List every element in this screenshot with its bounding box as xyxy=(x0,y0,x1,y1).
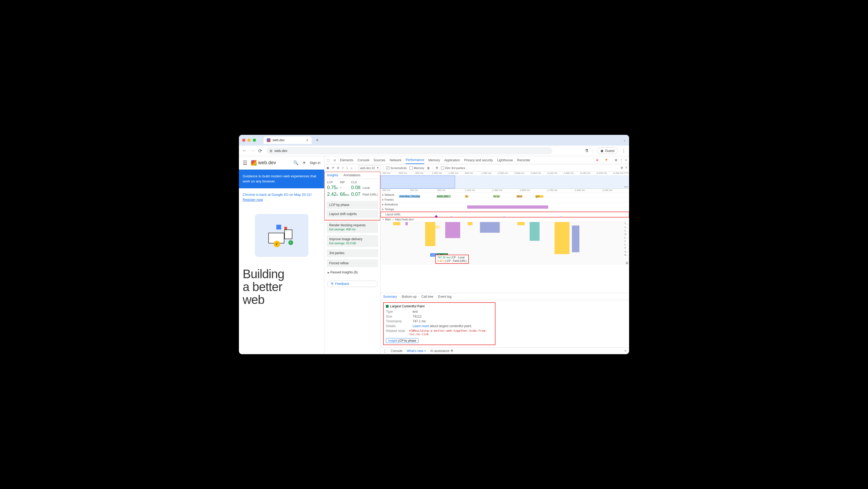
drawer-close-icon[interactable]: × xyxy=(624,349,626,353)
bottomup-tab[interactable]: Bottom-up xyxy=(402,295,416,298)
flame-chart[interactable]: T…x…(…Iz(…c(…Fs…E… L DCLPLCP 747.10 ms L… xyxy=(380,222,629,265)
tab-title: web.dev xyxy=(273,138,285,142)
tab-dropdown-icon[interactable]: ⌄ xyxy=(623,138,626,142)
summary-body: Largest Contentful Paint Typetext Size74… xyxy=(380,300,629,347)
insight-3rd-parties[interactable]: 3rd parties xyxy=(327,249,378,257)
device-icon[interactable]: ⎚ xyxy=(334,159,336,162)
passed-insights[interactable]: ▶ Passed insights (6) xyxy=(324,268,380,276)
settings-icon[interactable]: ⚙ xyxy=(615,159,618,162)
dim-3p-checkbox[interactable]: Dim 3rd parties xyxy=(441,166,465,170)
related-node[interactable]: h3#building-a-better-web-together.hide-f… xyxy=(409,329,493,336)
track-layout-shifts[interactable]: Layout shifts ◆ ◆ ◆ ◆ xyxy=(380,212,629,217)
hamburger-icon[interactable]: ☰ xyxy=(243,160,247,166)
browser-tab[interactable]: web.dev × xyxy=(264,137,312,144)
tab-application[interactable]: Application xyxy=(444,157,460,164)
tab-close-icon[interactable]: × xyxy=(306,138,308,142)
track-animations[interactable]: ▶Animations xyxy=(380,202,629,207)
inspect-icon[interactable]: ⬚ xyxy=(327,159,330,162)
tab-memory[interactable]: Memory xyxy=(428,157,440,164)
upload-icon[interactable]: ⤴ xyxy=(342,166,344,170)
tab-recorder[interactable]: Recorder xyxy=(517,157,530,164)
register-link[interactable]: Register now xyxy=(243,198,320,202)
tab-lighthouse[interactable]: Lighthouse xyxy=(497,157,513,164)
window-controls xyxy=(242,139,256,142)
theme-icon[interactable]: ☀ xyxy=(302,160,306,165)
track-network[interactable]: ▶Network ome-blue_720.png ature_480… de … xyxy=(380,193,629,197)
tab-sources[interactable]: Sources xyxy=(374,157,385,164)
track-timings[interactable]: ▶Timings xyxy=(380,207,629,212)
field-lcp-value: 2.42s xyxy=(327,192,338,197)
screenshot-root: web.dev × + ⌄ ← → ⟳ ⊞ web.dev ⚗ | ◉ Gues… xyxy=(239,135,629,354)
insight-forced-reflow[interactable]: Forced reflow xyxy=(327,259,378,267)
overview-selection[interactable] xyxy=(380,175,455,189)
detail-ruler[interactable]: 592 ms792 ms 992 ms1,192 ms 1,392 ms1,59… xyxy=(380,189,629,193)
devtools-close-icon[interactable]: × xyxy=(625,159,627,162)
record-icon[interactable]: ◉ xyxy=(327,166,329,170)
insight-render-blocking[interactable]: Render blocking requests Est savings: 40… xyxy=(327,221,378,233)
maximize-window[interactable] xyxy=(253,139,256,142)
overview-strip[interactable]: NET xyxy=(380,175,629,189)
tab-performance[interactable]: Performance xyxy=(406,156,424,164)
devtools-tabs: ⬚ ⎚ Elements Console Sources Network Per… xyxy=(324,156,629,164)
trace-area: 492 ms692 ms 892 ms1,092 ms 1,292 ms992 … xyxy=(380,172,629,354)
insight-chip[interactable]: Insight LCP by phase xyxy=(386,338,418,343)
hero-illustration: ✓ ✓ xyxy=(255,214,308,257)
insights-tab[interactable]: Insights xyxy=(324,172,341,179)
new-tab-button[interactable]: + xyxy=(316,138,319,143)
insight-image-delivery[interactable]: Improve image delivery Est savings: 25.0… xyxy=(327,235,378,247)
back-button[interactable]: ← xyxy=(242,148,247,153)
insight-cls-culprits[interactable]: Layout shift culprits xyxy=(327,210,378,218)
close-window[interactable] xyxy=(242,139,245,142)
tab-console[interactable]: Console xyxy=(358,157,369,164)
site-settings-icon[interactable]: ⊞ xyxy=(270,149,272,153)
tab-privacy[interactable]: Privacy and security xyxy=(464,157,493,164)
trace-select[interactable]: web.dev #2▾ xyxy=(358,165,380,170)
devtools: ⬚ ⎚ Elements Console Sources Network Per… xyxy=(324,156,629,354)
forward-button[interactable]: → xyxy=(250,148,255,153)
webdev-logo-icon xyxy=(251,160,256,166)
gc-icon[interactable]: 🗑 xyxy=(427,166,430,170)
settings-icon2[interactable]: ⚙ xyxy=(436,166,438,170)
signin-link[interactable]: Sign in xyxy=(310,161,320,165)
flask-icon: ⚗ xyxy=(331,282,334,286)
screenshots-checkbox[interactable]: Screenshots xyxy=(386,166,407,170)
annotations-tab[interactable]: Annotations xyxy=(341,172,363,179)
browser-menu-icon[interactable]: ⋮ xyxy=(622,148,626,153)
feedback-button[interactable]: ⚗ Feedback xyxy=(327,281,378,287)
drawer-whatsnew[interactable]: What's new × xyxy=(407,349,426,353)
webdev-logo[interactable]: web.dev xyxy=(251,160,276,166)
insight-lcp-phase[interactable]: LCP by phase xyxy=(327,201,378,209)
drawer-ai[interactable]: AI assistance ⚗ xyxy=(430,349,453,353)
memory-checkbox[interactable]: Memory xyxy=(409,166,424,170)
overview-ruler[interactable]: 492 ms692 ms 892 ms1,092 ms 1,292 ms992 … xyxy=(380,172,629,175)
calltree-tab[interactable]: Call tree xyxy=(422,295,433,298)
devtools-menu-icon[interactable]: ⋮ xyxy=(620,159,623,162)
error-badge[interactable]: ⊗2 xyxy=(596,159,603,162)
home-icon[interactable]: ⌂ xyxy=(351,166,352,170)
track-frames[interactable]: ▶Frames xyxy=(380,197,629,202)
tab-elements[interactable]: Elements xyxy=(340,157,353,164)
drawer-console[interactable]: Console xyxy=(391,349,402,353)
tracks-container[interactable]: ▶Network ome-blue_720.png ature_480… de … xyxy=(380,193,629,293)
download-icon[interactable]: ⤵ xyxy=(346,166,348,170)
eventlog-tab[interactable]: Event log xyxy=(438,295,452,298)
url-bar[interactable]: ⊞ web.dev xyxy=(267,147,552,154)
minimize-window[interactable] xyxy=(247,139,251,142)
summary-tab[interactable]: Summary xyxy=(383,295,397,298)
local-lcp-value: 0.75s xyxy=(327,185,338,191)
track-main[interactable]: ▼Main — https://web.dev/ xyxy=(380,217,629,222)
learn-more-link[interactable]: Learn more xyxy=(413,324,429,328)
labs-icon[interactable]: ⚗ xyxy=(585,148,588,153)
profile-chip[interactable]: ◉ Guest xyxy=(597,147,618,154)
perf-settings-icon[interactable]: ⚙ xyxy=(621,166,623,170)
help-icon[interactable]: ? xyxy=(625,166,627,170)
reload-record-icon[interactable]: ⟳ xyxy=(332,166,334,170)
webdev-banner: Guidance to build modern web experiences… xyxy=(239,170,324,188)
tab-network[interactable]: Network xyxy=(390,157,401,164)
warning-badge[interactable]: ⚑1 xyxy=(605,159,613,162)
reload-button[interactable]: ⟳ xyxy=(258,148,262,154)
search-icon[interactable]: 🔍 xyxy=(293,160,299,165)
insights-panel: Insights Annotations LCP INP CLS 0.75s -… xyxy=(324,172,380,354)
clear-icon[interactable]: ⊘ xyxy=(337,166,339,170)
drawer-menu-icon[interactable]: ⋮ xyxy=(383,349,386,353)
